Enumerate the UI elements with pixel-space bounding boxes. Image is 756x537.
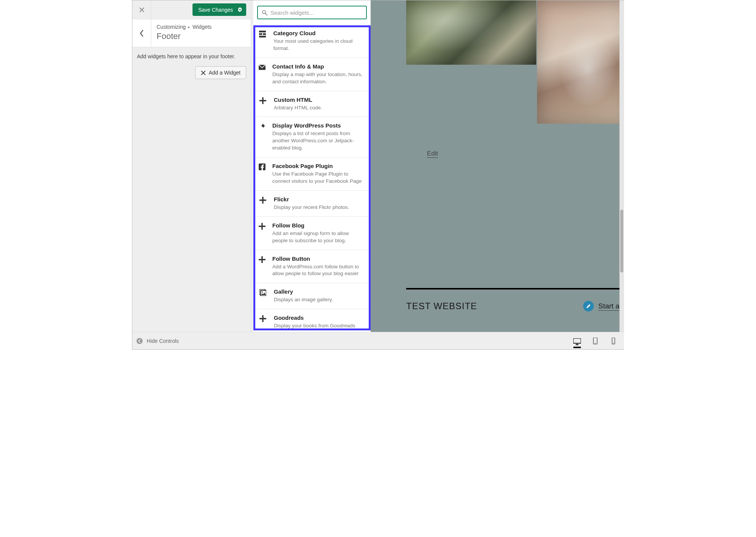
widget-item-title: Custom HTML — [274, 97, 322, 103]
widget-item-desc: Display your books from Goodreads — [274, 322, 355, 330]
widget-item[interactable]: Contact Info & MapDisplay a map with you… — [253, 58, 371, 91]
section-header: Customizing ▸ Widgets Footer — [132, 19, 251, 47]
grid-icon — [259, 30, 267, 52]
chevron-left-icon — [139, 29, 144, 37]
bottombar: Hide Controls — [132, 332, 624, 349]
widget-item-text: GalleryDisplays an image gallery. — [274, 288, 333, 304]
close-icon — [139, 7, 144, 12]
gallery-icon — [259, 288, 267, 304]
widget-item-desc: Arbitrary HTML code. — [274, 104, 322, 112]
widget-item-text: Follow ButtonAdd a WordPress.com follow … — [272, 255, 364, 278]
search-box[interactable] — [257, 6, 367, 19]
close-button[interactable] — [132, 0, 151, 19]
device-phone[interactable] — [610, 338, 617, 344]
plus-icon — [259, 314, 267, 330]
preview-pane: Edit TEST WEBSITE Start a — [371, 0, 624, 349]
widget-item-title: Contact Info & Map — [272, 63, 364, 70]
breadcrumb-root: Customizing — [157, 24, 186, 30]
plus-icon — [259, 222, 265, 244]
widget-item-text: Facebook Page PluginUse the Facebook Pag… — [272, 163, 364, 185]
page-title: Footer — [157, 31, 245, 41]
section-body: Add widgets here to appear in your foote… — [132, 47, 251, 85]
plus-icon — [259, 255, 265, 278]
widget-item-desc: Displays a list of recent posts from ano… — [272, 130, 364, 152]
widget-item-title: Gallery — [274, 288, 333, 295]
search-wrap — [253, 0, 371, 25]
widget-item-desc: Displays an image gallery. — [274, 296, 333, 304]
header-texts: Customizing ▸ Widgets Footer — [151, 19, 251, 47]
widget-item-desc: Your most used categories in cloud forma… — [273, 38, 364, 52]
preview-dim-overlay — [371, 0, 624, 349]
plus-icon — [259, 97, 267, 112]
widget-item[interactable]: Display WordPress PostsDisplays a list o… — [253, 117, 371, 157]
device-tabs — [573, 338, 620, 344]
widget-item-title: Category Cloud — [273, 30, 364, 36]
device-desktop[interactable] — [573, 338, 581, 348]
widget-item-text: FlickrDisplay your recent Flickr photos. — [274, 196, 349, 211]
section-description: Add widgets here to appear in your foote… — [137, 53, 246, 59]
widget-item-desc: Use the Facebook Page Plugin to connect … — [272, 171, 364, 185]
breadcrumb-separator-icon: ▸ — [188, 25, 190, 30]
widget-item-desc: Display a map with your location, hours,… — [272, 71, 364, 86]
search-input[interactable] — [270, 9, 362, 16]
widget-item[interactable]: Follow ButtonAdd a WordPress.com follow … — [253, 250, 371, 283]
widget-item-title: Follow Button — [272, 255, 364, 262]
widget-picker-panel: Category CloudYour most used categories … — [253, 0, 371, 349]
add-widget-button[interactable]: Add a Widget — [195, 66, 246, 79]
widget-item-text: GoodreadsDisplay your books from Goodrea… — [274, 314, 355, 330]
widget-item[interactable]: Category CloudYour most used categories … — [253, 25, 371, 58]
mail-icon — [259, 63, 265, 86]
desktop-icon — [573, 338, 581, 345]
widget-item[interactable]: Custom HTMLArbitrary HTML code. — [253, 91, 371, 117]
widget-item[interactable]: Facebook Page PluginUse the Facebook Pag… — [253, 157, 371, 191]
widget-item[interactable]: GoodreadsDisplay your books from Goodrea… — [253, 309, 371, 335]
save-button[interactable]: Save Changes — [192, 3, 246, 16]
widget-item-text: Display WordPress PostsDisplays a list o… — [272, 122, 364, 152]
facebook-icon — [259, 163, 265, 185]
widget-item-title: Facebook Page Plugin — [272, 163, 364, 169]
customizer-sidebar: Save Changes Customizing ▸ Widgets Foote… — [132, 0, 251, 349]
pin-icon — [259, 122, 265, 152]
widget-item-title: Goodreads — [274, 314, 355, 321]
plus-icon — [259, 196, 267, 211]
widget-item[interactable]: FlickrDisplay your recent Flickr photos. — [253, 191, 371, 217]
topbar: Save Changes — [132, 0, 251, 19]
tablet-icon — [591, 338, 599, 344]
hide-controls-label: Hide Controls — [147, 338, 179, 344]
collapse-icon — [136, 338, 143, 344]
save-button-label: Save Changes — [198, 7, 233, 13]
widget-item-desc: Display your recent Flickr photos. — [274, 204, 349, 211]
widget-item-text: Contact Info & MapDisplay a map with you… — [272, 63, 364, 86]
gear-icon — [238, 7, 242, 12]
hide-controls-button[interactable]: Hide Controls — [136, 338, 179, 344]
widget-item-title: Display WordPress Posts — [272, 122, 364, 129]
close-icon — [201, 70, 206, 75]
breadcrumb-leaf: Widgets — [192, 24, 212, 30]
breadcrumb: Customizing ▸ Widgets — [157, 24, 245, 30]
widget-item-text: Category CloudYour most used categories … — [273, 30, 364, 52]
device-tablet[interactable] — [591, 338, 599, 344]
widget-item[interactable]: Follow BlogAdd an email signup form to a… — [253, 217, 371, 250]
widget-item[interactable]: GalleryDisplays an image gallery. — [253, 283, 371, 309]
topbar-actions: Save Changes — [151, 0, 251, 19]
widget-item-title: Follow Blog — [272, 222, 364, 229]
back-button[interactable] — [132, 19, 151, 47]
widget-item-desc: Add an email signup form to allow people… — [272, 230, 364, 244]
widget-item-text: Follow BlogAdd an email signup form to a… — [272, 222, 364, 244]
widget-item-text: Custom HTMLArbitrary HTML code. — [274, 97, 322, 112]
widget-list[interactable]: Category CloudYour most used categories … — [253, 25, 371, 349]
widget-item-desc: Add a WordPress.com follow button to all… — [272, 263, 364, 278]
widget-item-title: Flickr — [274, 196, 349, 202]
search-icon — [262, 10, 267, 16]
phone-icon — [610, 338, 617, 344]
add-widget-label: Add a Widget — [209, 70, 241, 76]
